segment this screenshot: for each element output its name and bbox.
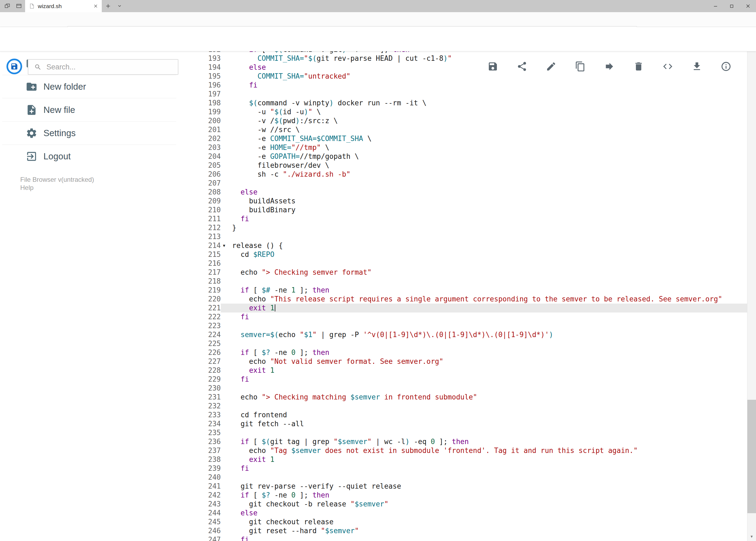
code-text[interactable]: -w //src \ xyxy=(232,125,756,134)
code-text[interactable]: if [ $? -ne 0 ]; then xyxy=(232,491,756,500)
fold-marker-icon[interactable]: ▾ xyxy=(221,241,232,250)
code-text[interactable]: fi xyxy=(232,464,756,473)
code-text[interactable]: -e HOME="//tmp" \ xyxy=(232,143,756,152)
code-text[interactable] xyxy=(232,384,756,393)
code-text[interactable]: echo "Not valid semver format. See semve… xyxy=(232,357,756,366)
code-text[interactable] xyxy=(232,402,756,410)
line-number: 195 xyxy=(189,72,221,81)
download-icon[interactable] xyxy=(691,61,702,72)
fold-gutter xyxy=(221,215,232,224)
code-text[interactable]: semver=$(echo "$1" | grep -P '^v(0|[1-9]… xyxy=(232,330,756,339)
sidebar-item-settings[interactable]: Settings xyxy=(2,122,176,145)
tab-wizard-sh[interactable]: wizard.sh xyxy=(25,0,102,12)
code-text[interactable]: cd frontend xyxy=(232,410,756,419)
code-text[interactable] xyxy=(232,179,756,188)
code-text[interactable]: cd $REPO xyxy=(232,250,756,259)
code-text[interactable]: fi xyxy=(232,535,756,541)
code-text[interactable]: fi xyxy=(232,81,756,90)
code-text[interactable]: -u "$(id -u)" \ xyxy=(232,108,756,116)
scroll-down-arrow-icon[interactable]: ▼ xyxy=(747,532,756,541)
fold-gutter xyxy=(221,197,232,206)
code-line-241: 241 git rev-parse --verify --quiet relea… xyxy=(189,482,756,491)
sidebar-item-label: Settings xyxy=(44,128,76,138)
code-view-icon[interactable] xyxy=(662,61,673,72)
code-text[interactable]: echo "This release script requires a sin… xyxy=(232,295,756,303)
code-line-198: 198 $(command -v winpty) docker run --rm… xyxy=(189,99,756,108)
save-icon[interactable] xyxy=(487,61,498,72)
code-text[interactable] xyxy=(232,428,756,437)
code-line-207: 207 xyxy=(189,179,756,188)
move-icon[interactable] xyxy=(604,61,615,72)
code-text[interactable]: git checkout -b release "$semver" xyxy=(232,500,756,509)
maximize-button[interactable] xyxy=(724,0,740,12)
code-text[interactable] xyxy=(232,277,756,286)
code-text[interactable]: buildAssets xyxy=(232,197,756,206)
search-input[interactable] xyxy=(46,63,165,71)
code-editor[interactable]: 192 if [ "$(command -v git)" != "" ]; th… xyxy=(189,51,756,541)
code-text[interactable]: if [ $? -ne 0 ]; then xyxy=(232,348,756,357)
line-number: 240 xyxy=(189,473,221,482)
search-box[interactable] xyxy=(28,59,178,75)
code-text[interactable]: -e GOPATH=//tmp/gopath \ xyxy=(232,152,756,161)
scrollbar-thumb[interactable] xyxy=(747,400,756,513)
sidebar-item-new-folder[interactable]: New folder xyxy=(2,75,176,98)
code-text[interactable]: release () { xyxy=(232,241,756,250)
minimize-button[interactable] xyxy=(707,0,724,12)
code-text[interactable] xyxy=(232,259,756,268)
code-text[interactable]: if [ $(git tag | grep "$semver" | wc -l)… xyxy=(232,437,756,446)
code-text[interactable]: if [ "$(command -v git)" != "" ]; then xyxy=(232,51,756,54)
copy-icon[interactable] xyxy=(575,61,586,72)
code-text[interactable]: } xyxy=(232,224,756,232)
code-text[interactable]: git reset --hard "$semver" xyxy=(232,526,756,535)
code-text[interactable]: else xyxy=(232,188,756,197)
code-text[interactable]: exit 1 xyxy=(232,366,756,375)
tab-preview-chevron-icon[interactable] xyxy=(117,4,122,8)
code-text[interactable]: $(command -v winpty) docker run --rm -it… xyxy=(232,99,756,108)
fold-gutter xyxy=(221,108,232,116)
tabs-set-aside-icon[interactable] xyxy=(4,3,10,9)
code-text[interactable] xyxy=(232,232,756,241)
line-number: 215 xyxy=(189,250,221,259)
share-icon[interactable] xyxy=(517,61,527,72)
code-line-234: 234 git fetch --all xyxy=(189,419,756,428)
code-text[interactable]: echo "Tag $semver does not exist in subm… xyxy=(232,446,756,455)
code-text[interactable]: COMMIT_SHA="untracked" xyxy=(232,72,756,81)
sidebar-item-logout[interactable]: Logout xyxy=(2,145,176,168)
code-text[interactable] xyxy=(232,90,756,99)
line-number: 203 xyxy=(189,143,221,152)
fold-gutter xyxy=(221,179,232,188)
code-text[interactable]: fi xyxy=(232,215,756,224)
code-text[interactable]: if [ $# -ne 1 ]; then xyxy=(232,286,756,295)
delete-icon[interactable] xyxy=(633,61,644,72)
new-tab-button[interactable] xyxy=(106,4,111,9)
code-text[interactable]: echo "> Checking semver format" xyxy=(232,268,756,277)
code-text[interactable] xyxy=(232,339,756,348)
info-icon[interactable] xyxy=(721,61,731,72)
code-text[interactable]: echo "> Checking matching $semver in fro… xyxy=(232,393,756,402)
code-text[interactable]: exit 1 xyxy=(232,455,756,464)
code-text[interactable]: fi xyxy=(232,312,756,321)
tab-preview-icon[interactable] xyxy=(16,3,22,9)
line-number: 223 xyxy=(189,321,221,330)
help-link[interactable]: Help xyxy=(20,184,94,192)
code-text[interactable]: exit 1 xyxy=(232,303,756,312)
line-number: 206 xyxy=(189,170,221,179)
code-text[interactable] xyxy=(232,321,756,330)
code-text[interactable]: -v /$(pwd):/src:z \ xyxy=(232,116,756,125)
code-text[interactable]: git checkout release xyxy=(232,517,756,526)
code-text[interactable]: else xyxy=(232,509,756,517)
code-text[interactable]: buildBinary xyxy=(232,206,756,215)
code-text[interactable]: git fetch --all xyxy=(232,419,756,428)
code-text[interactable]: git rev-parse --verify --quiet release xyxy=(232,482,756,491)
code-text[interactable]: filebrowser/dev \ xyxy=(232,161,756,170)
sidebar-item-new-file[interactable]: New file xyxy=(2,98,176,122)
close-button[interactable] xyxy=(740,0,756,12)
fold-gutter xyxy=(221,188,232,197)
page-scrollbar[interactable]: ▲ ▼ xyxy=(747,27,756,541)
code-text[interactable] xyxy=(232,473,756,482)
code-text[interactable]: fi xyxy=(232,375,756,384)
rename-icon[interactable] xyxy=(546,61,557,72)
code-text[interactable]: sh -c "./wizard.sh -b" xyxy=(232,170,756,179)
code-text[interactable]: -e COMMIT_SHA=$COMMIT_SHA \ xyxy=(232,134,756,143)
tab-close-icon[interactable] xyxy=(94,4,98,8)
